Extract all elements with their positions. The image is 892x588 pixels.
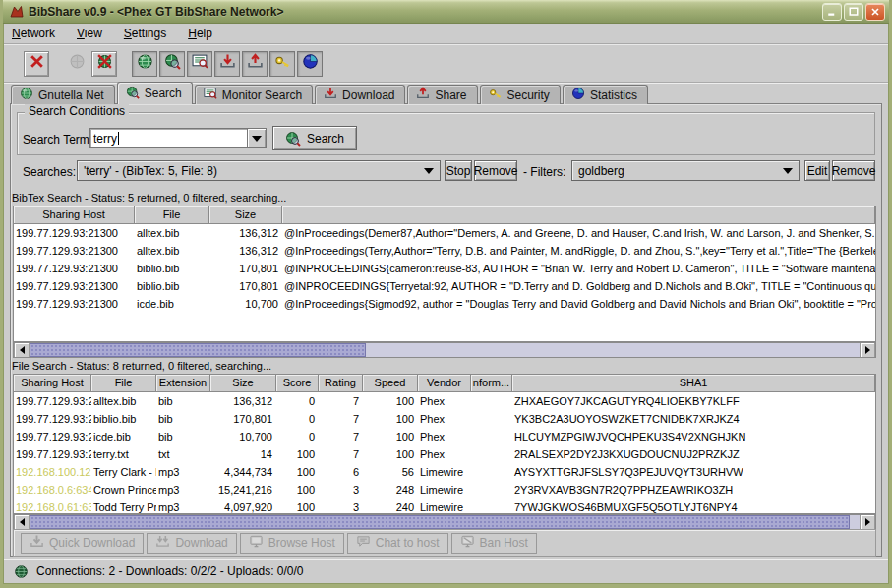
toolbar-button-key-icon[interactable] (269, 51, 295, 77)
menu-item-help[interactable]: Help (188, 27, 212, 40)
column-header-sha1[interactable]: SHA1 (512, 375, 875, 392)
table-row[interactable]: 199.77.129.93:21300alltex.bib136,312@InP… (14, 224, 875, 242)
search-term-dropdown-button[interactable] (247, 128, 267, 148)
toolbar-button-globe-search-icon[interactable] (159, 51, 185, 77)
scroll-right-button[interactable] (860, 515, 875, 529)
tab-label: Share (435, 88, 466, 102)
table-cell: 170,801 (209, 277, 282, 295)
table-cell: Phex (418, 392, 471, 410)
tab-security[interactable]: Security (480, 85, 561, 104)
table-cell: 7 (319, 445, 363, 463)
text-caret (118, 132, 119, 145)
column-header-vendor[interactable]: Vendor (418, 375, 471, 392)
table-row[interactable]: 192.168.0.61:6346Todd Terry Proj...mp34,… (14, 499, 875, 514)
ban-host-icon (460, 534, 475, 552)
table-cell: mp3 (156, 463, 210, 481)
connect-icon (69, 53, 86, 74)
close-button[interactable] (865, 3, 885, 21)
table-cell: 10,700 (210, 428, 276, 445)
table-cell: biblio.bib (135, 260, 209, 277)
column-header-unnamed[interactable] (282, 206, 875, 224)
column-header-score[interactable]: Score (276, 375, 319, 392)
table-cell: 2Y3RVXAVB3GN7R2Q7PPHZEAWRIKO3ZH (512, 481, 875, 499)
table-cell (471, 499, 512, 514)
table-row[interactable]: 192.168.100.12:6346Terry Clark - No...mp… (14, 463, 875, 481)
chevron-down-icon (252, 136, 262, 142)
table-row[interactable]: 199.77.129.93:21300terry.txttxt141007100… (14, 445, 875, 463)
table-row[interactable]: 199.77.129.93:21300icde.bibbib10,7000710… (14, 428, 875, 445)
scrollbar-thumb[interactable] (30, 343, 366, 357)
column-header-sharing-host[interactable]: Sharing Host (14, 206, 135, 224)
table-cell: 100 (276, 445, 319, 463)
button-label: Quick Download (49, 536, 135, 550)
table-row[interactable]: 199.77.129.93:21300alltex.bibbib136,3120… (14, 392, 875, 410)
table-cell: txt (156, 445, 210, 463)
search-button[interactable]: Search (272, 126, 357, 150)
arrow-left-icon (20, 518, 25, 526)
tab-statistics[interactable]: Statistics (563, 85, 648, 104)
tab-share[interactable]: Share (407, 85, 477, 104)
tab-gnutella-net[interactable]: Gnutella Net (11, 85, 115, 104)
column-header-file[interactable]: File (91, 375, 156, 392)
scroll-left-button[interactable] (14, 343, 30, 357)
host-actions-bar: Quick DownloadDownloadBrowse HostChat to… (13, 529, 876, 557)
column-header-rating[interactable]: Rating (319, 375, 363, 392)
menu-item-network[interactable]: Network (12, 27, 55, 40)
table-row[interactable]: 192.168.0.6:6348Crown Prince M...mp315,2… (14, 481, 875, 499)
table-cell: alltex.bib (135, 224, 209, 242)
toolbar-button-globe-icon[interactable] (132, 51, 157, 77)
column-header-file[interactable]: File (135, 206, 209, 224)
edit-filter-button[interactable]: Edit (804, 160, 830, 181)
table-cell: 0 (276, 392, 319, 410)
exit-icon (29, 53, 45, 74)
table-row[interactable]: 199.77.129.93:21300alltex.bib136,312@InP… (14, 242, 875, 260)
menu-item-settings[interactable]: Settings (124, 27, 166, 40)
button-label: Browse Host (268, 536, 335, 550)
chat-to-host-button: Chat to host (347, 533, 448, 554)
toolbar-button-exit-icon[interactable] (24, 51, 49, 77)
tab-label: Monitor Search (222, 88, 302, 102)
toolbar-button-monitor-search-icon[interactable] (187, 51, 212, 77)
minimize-button[interactable] (822, 3, 842, 21)
column-header-speed[interactable]: Speed (363, 375, 418, 392)
stop-button[interactable]: Stop (445, 160, 472, 181)
scrollbar-thumb[interactable] (30, 515, 850, 529)
tab-monitor-search[interactable]: Monitor Search (195, 85, 313, 104)
scroll-left-button[interactable] (14, 515, 30, 529)
column-header-sharing-host[interactable]: Sharing Host (14, 375, 91, 392)
files-horizontal-scrollbar[interactable] (13, 514, 876, 530)
table-row[interactable]: 199.77.129.93:21300biblio.bib170,801@INP… (14, 260, 875, 277)
tab-search[interactable]: Search (117, 82, 193, 104)
maximize-button[interactable] (844, 3, 863, 21)
table-row[interactable]: 199.77.129.93:21300biblio.bibbib170,8010… (14, 410, 875, 428)
table-cell: 170,801 (209, 260, 282, 277)
toolbar-button-upload-icon[interactable] (242, 51, 268, 77)
button-label: Download (175, 536, 227, 550)
table-row[interactable]: 199.77.129.93:21300biblio.bib170,801@INP… (14, 277, 875, 295)
toolbar-button-disconnect-icon[interactable] (91, 51, 117, 77)
table-cell: alltex.bib (91, 392, 156, 410)
tab-download[interactable]: Download (315, 85, 405, 104)
column-header-size[interactable]: Size (210, 375, 276, 392)
scroll-right-button[interactable] (860, 343, 875, 357)
column-header-size[interactable]: Size (209, 206, 282, 224)
filters-combobox[interactable]: goldberg (571, 160, 800, 181)
bibtex-horizontal-scrollbar[interactable] (13, 342, 876, 358)
table-cell: @INPROCEEDINGS{cameron:reuse-83, AUTHOR … (282, 260, 875, 277)
tab-bar: Gnutella NetSearchMonitor SearchDownload… (11, 83, 650, 104)
table-cell: 240 (363, 499, 418, 514)
searches-combobox[interactable]: 'terry' - (BibTex: 5, File: 8) (77, 160, 441, 181)
search-term-input[interactable]: terry (89, 128, 247, 148)
table-row[interactable]: 199.77.129.93:21300icde.bib10,700@InProc… (14, 295, 875, 313)
remove-search-button[interactable]: Remove (474, 160, 517, 181)
toolbar-button-download-icon[interactable] (214, 51, 240, 77)
table-cell: terry.txt (91, 445, 156, 463)
menu-item-view[interactable]: View (77, 27, 102, 40)
remove-filter-button[interactable]: Remove (832, 160, 875, 181)
column-header-nform[interactable]: nform... (471, 375, 512, 392)
toolbar-button-pie-chart-icon[interactable] (297, 51, 323, 77)
column-header-extension[interactable]: Extension (156, 375, 210, 392)
table-cell: icde.bib (91, 428, 156, 445)
toolbar-drag-handle[interactable] (7, 50, 19, 78)
quick-download-icon (30, 534, 44, 552)
